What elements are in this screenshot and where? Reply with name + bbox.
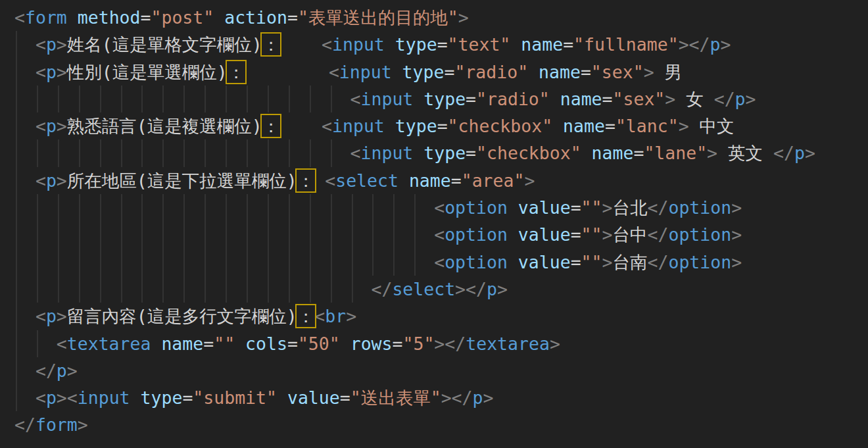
unicode-highlight-box: ： — [262, 116, 280, 136]
tag-name: p — [57, 361, 67, 381]
indent-guide — [289, 276, 290, 303]
indent-guide — [268, 194, 269, 221]
punctuation: </ — [773, 143, 794, 163]
punctuation: > — [644, 62, 654, 82]
punctuation: < — [322, 34, 332, 55]
punctuation: < — [36, 170, 46, 191]
indent-guide — [16, 357, 17, 384]
indent-guide — [16, 86, 17, 112]
leading-whitespace — [14, 279, 371, 299]
text-content — [392, 62, 402, 82]
punctuation: < — [322, 116, 332, 136]
tag-name: input — [332, 116, 385, 136]
punctuation: > — [458, 7, 469, 28]
leading-whitespace — [14, 197, 434, 218]
punctuation: < — [36, 116, 46, 136]
indent-guide — [183, 194, 185, 221]
equals-sign: = — [466, 143, 476, 163]
tag-name: p — [46, 116, 57, 136]
text-content — [385, 116, 395, 136]
string-value: "post" — [151, 7, 214, 28]
code-editor[interactable]: <form method="post" action="表單送出的目的地"> <… — [0, 0, 868, 448]
indent-guide — [162, 249, 164, 276]
code-line-1: <form method="post" action="表單送出的目的地"> — [14, 4, 815, 31]
punctuation: > — [57, 170, 67, 191]
attribute-name: type — [423, 143, 466, 163]
punctuation: > — [57, 306, 67, 326]
indent-guide — [226, 221, 227, 248]
equals-sign: = — [451, 170, 462, 191]
text-content — [245, 62, 329, 82]
attribute-name: value — [518, 197, 571, 218]
equals-sign: = — [605, 116, 615, 136]
indent-guide — [141, 139, 143, 166]
unicode-highlight-box: ： — [297, 170, 315, 191]
indent-guide — [372, 249, 374, 276]
leading-whitespace — [14, 116, 36, 136]
text-content: 留言內容(這是多行文字欄位) — [67, 306, 297, 326]
indent-guide — [205, 276, 206, 303]
indent-guide — [226, 249, 227, 276]
attribute-name: type — [402, 62, 445, 82]
punctuation: </ — [14, 414, 36, 435]
leading-whitespace — [14, 306, 36, 326]
punctuation: </ — [714, 89, 735, 109]
indent-guide — [58, 86, 59, 112]
tag-name: option — [445, 224, 508, 245]
leading-whitespace — [14, 62, 36, 82]
punctuation: < — [36, 306, 46, 326]
indent-guide — [310, 194, 311, 221]
code-line-2: <p>姓名(這是單格文字欄位)： <input type="text" name… — [14, 31, 815, 58]
indent-guide — [79, 194, 80, 221]
indent-guide — [100, 86, 101, 112]
tag-name: select — [392, 279, 455, 299]
attribute-name: name — [409, 170, 451, 191]
punctuation: < — [434, 252, 445, 272]
string-value: "fullname" — [573, 34, 679, 55]
punctuation: </ — [36, 361, 57, 381]
text-content — [550, 89, 560, 109]
leading-whitespace — [14, 34, 36, 55]
indent-guide — [16, 194, 17, 221]
string-value: "5" — [402, 334, 434, 354]
code-line-8: <option value="">台北</option> — [14, 194, 815, 221]
indent-guide — [352, 276, 353, 303]
indent-guide — [121, 249, 122, 276]
tag-name: option — [445, 197, 508, 218]
indent-guide — [16, 384, 17, 411]
punctuation: < — [434, 197, 445, 218]
punctuation: > — [679, 34, 689, 55]
indent-guide — [289, 86, 290, 112]
text-content — [279, 34, 322, 55]
code-line-15: <p><input type="submit" value="送出表單"></p… — [14, 384, 815, 411]
equals-sign: = — [633, 143, 644, 163]
text-content — [510, 34, 521, 55]
indent-guide — [16, 59, 17, 86]
indent-guide — [79, 249, 80, 276]
text-content — [314, 170, 325, 191]
punctuation: </ — [371, 279, 392, 299]
indent-guide — [289, 139, 290, 166]
punctuation: > — [455, 279, 466, 299]
code-line-9: <option value="">台中</option> — [14, 221, 815, 248]
punctuation: < — [67, 387, 78, 408]
indent-guide — [205, 86, 206, 112]
string-value: "" — [581, 224, 602, 245]
text-content — [508, 224, 518, 245]
indent-guide — [37, 139, 38, 166]
indent-guide — [16, 303, 17, 330]
indent-guide — [393, 221, 395, 248]
indent-guide — [352, 249, 353, 276]
punctuation: > — [746, 89, 756, 109]
indent-guide — [16, 139, 17, 166]
text-content: 英文 — [717, 143, 773, 163]
indent-guide — [162, 139, 164, 166]
punctuation: > — [483, 387, 493, 408]
text-content — [67, 7, 78, 28]
text-content: 中文 — [689, 116, 735, 136]
punctuation: > — [707, 143, 717, 163]
punctuation: > — [57, 387, 67, 408]
punctuation: > — [550, 334, 560, 354]
text-content: 所在地區(這是下拉選單欄位) — [67, 170, 297, 191]
indent-guide — [226, 276, 227, 303]
